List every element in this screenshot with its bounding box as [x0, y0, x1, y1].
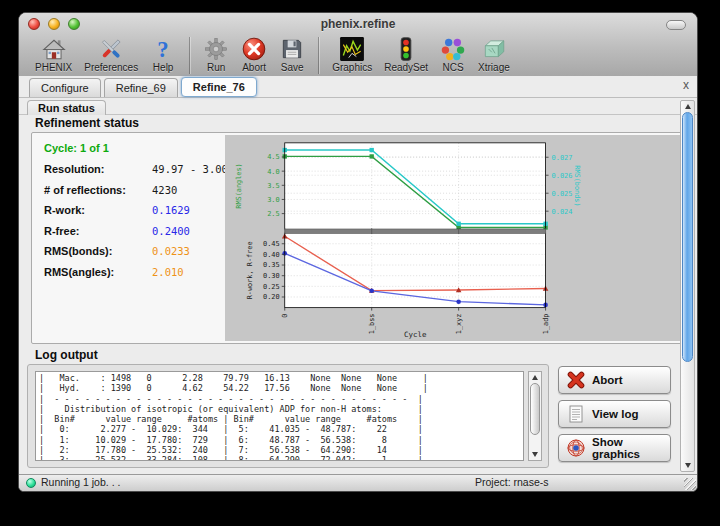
svg-text:1_xyz: 1_xyz: [455, 314, 463, 335]
status-running-text: Running 1 job. . .: [41, 476, 120, 488]
stat-row-rms-angles: RMS(angles):2.010: [44, 266, 224, 278]
tab-close-icon[interactable]: x: [683, 79, 689, 91]
svg-text:0.027: 0.027: [552, 154, 573, 162]
toolbar-toggle-pill-button[interactable]: [666, 20, 686, 30]
scroll-down-icon[interactable]: [532, 452, 538, 457]
window-title: phenix.refine: [19, 13, 697, 35]
view-log-button[interactable]: View log: [558, 400, 671, 428]
log-scrollbar[interactable]: [528, 371, 542, 461]
toolbar-readyset-button[interactable]: ReadySet: [378, 36, 434, 73]
toolbar-preferences-button[interactable]: Preferences: [78, 36, 144, 73]
minimize-window-button[interactable]: [48, 18, 60, 30]
log-scrollbar-thumb[interactable]: [530, 383, 540, 435]
tab-refine-76[interactable]: Refine_76: [181, 77, 257, 97]
refinement-chart: 2.53.03.54.04.50.0240.0250.0260.0270.200…: [225, 135, 680, 341]
house-icon: [41, 36, 67, 62]
main-content: Configure Refine_69 Refine_76 x Run stat…: [19, 76, 697, 474]
tab-run-status[interactable]: Run status: [27, 100, 106, 115]
svg-text:3.0: 3.0: [267, 196, 280, 204]
close-window-button[interactable]: [28, 18, 40, 30]
svg-text:1_bss: 1_bss: [368, 314, 376, 335]
svg-text:0.40: 0.40: [263, 251, 280, 259]
scroll-up-icon[interactable]: [532, 375, 538, 380]
zoom-window-button[interactable]: [68, 18, 80, 30]
svg-text:4.5: 4.5: [267, 153, 280, 161]
toolbar-xtriage-button[interactable]: Xtriage: [472, 36, 516, 73]
tab-refine-69[interactable]: Refine_69: [104, 78, 178, 97]
abort-circle-icon: [241, 36, 267, 62]
svg-text:R-work, R-free: R-work, R-free: [246, 241, 254, 299]
stat-row-rms-bonds: RMS(bonds):0.0233: [44, 245, 224, 257]
toolbar-help-button[interactable]: ? Help: [144, 36, 182, 73]
gear-icon: [203, 36, 229, 62]
toolbar-separator: [318, 37, 319, 74]
svg-text:0.024: 0.024: [552, 208, 573, 216]
svg-text:0.25: 0.25: [263, 283, 280, 291]
svg-text:0.20: 0.20: [263, 293, 280, 301]
stat-row-rfree: R-free:0.2400: [44, 225, 224, 237]
question-mark-icon: ?: [150, 36, 176, 62]
log-text: | Mac. : 1498 0 2.28 79.79 16.13 None No…: [36, 372, 523, 461]
stat-row-reflections: # of reflections:4230: [44, 184, 224, 196]
show-graphics-button[interactable]: Show graphics: [558, 434, 671, 462]
log-output-heading: Log output: [35, 348, 98, 362]
abort-button-label: Abort: [592, 374, 623, 386]
toolbar-graphics-button[interactable]: Graphics: [326, 36, 378, 73]
electron-density-icon: [339, 36, 365, 62]
tab-configure[interactable]: Configure: [29, 78, 101, 97]
toolbar-ncs-button[interactable]: NCS: [434, 36, 472, 73]
log-output-textarea[interactable]: | Mac. : 1498 0 2.28 79.79 16.13 None No…: [35, 371, 524, 461]
tools-icon: [98, 36, 124, 62]
toolbar-abort-label: Abort: [242, 62, 266, 73]
toolbar-run-label: Run: [207, 62, 225, 73]
toolbar-xtriage-label: Xtriage: [478, 62, 510, 73]
status-project-text: Project: rnase-s: [475, 476, 549, 488]
document-icon: [566, 404, 586, 424]
toolbar-save-button[interactable]: Save: [273, 36, 311, 73]
phenix-refine-window: phenix.refine PHENIX: [18, 12, 698, 492]
svg-text:0: 0: [281, 314, 289, 318]
log-output-box: | Mac. : 1498 0 2.28 79.79 16.13 None No…: [27, 364, 549, 468]
svg-text:4.0: 4.0: [267, 168, 280, 176]
svg-text:Cycle: Cycle: [404, 330, 427, 339]
running-indicator-icon: [26, 478, 36, 488]
sub-tab-bar: Run status: [19, 98, 697, 115]
molecule-sphere-icon: [566, 438, 586, 458]
refinement-progress-figure: 2.53.03.54.04.50.0240.0250.0260.0270.200…: [225, 135, 680, 341]
scroll-down-icon[interactable]: [685, 463, 691, 468]
toolbar-abort-button[interactable]: Abort: [235, 36, 273, 73]
svg-text:?: ?: [157, 37, 168, 62]
toolbar-help-label: Help: [153, 62, 174, 73]
abort-button[interactable]: Abort: [558, 366, 671, 394]
toolbar-preferences-label: Preferences: [84, 62, 138, 73]
traffic-light-icon: [393, 36, 419, 62]
colored-spheres-icon: [440, 36, 466, 62]
cycle-label: Cycle: 1 of 1: [44, 142, 224, 154]
toolbar-ncs-label: NCS: [443, 62, 464, 73]
red-x-icon: [566, 370, 586, 390]
toolbar-phenix-button[interactable]: PHENIX: [29, 36, 78, 73]
stat-row-resolution: Resolution:49.97 - 3.00: [44, 163, 224, 175]
svg-text:0.30: 0.30: [263, 272, 280, 280]
resize-grip[interactable]: [684, 478, 696, 490]
refinement-status-panel: Cycle: 1 of 1 Resolution:49.97 - 3.00 # …: [31, 132, 683, 344]
scroll-up-icon[interactable]: [685, 104, 691, 109]
toolbar-separator: [189, 37, 190, 74]
show-graphics-button-label: Show graphics: [592, 436, 663, 460]
toolbar-run-button[interactable]: Run: [197, 36, 235, 73]
main-scrollbar[interactable]: [680, 100, 695, 472]
toolbar-phenix-label: PHENIX: [35, 62, 72, 73]
main-scrollbar-thumb[interactable]: [682, 112, 693, 362]
svg-text:0.026: 0.026: [552, 172, 573, 180]
refinement-stats: Cycle: 1 of 1 Resolution:49.97 - 3.00 # …: [44, 142, 224, 286]
toolbar-readyset-label: ReadySet: [384, 62, 428, 73]
status-bar: Running 1 job. . . Project: rnase-s: [19, 474, 697, 491]
titlebar[interactable]: phenix.refine: [19, 13, 697, 35]
svg-text:0.35: 0.35: [263, 262, 280, 270]
stat-row-rwork: R-work:0.1629: [44, 204, 224, 216]
svg-text:0.025: 0.025: [552, 190, 573, 198]
toolbar-save-label: Save: [281, 62, 304, 73]
tab-bar: Configure Refine_69 Refine_76 x: [19, 76, 697, 98]
crystal-icon: [481, 36, 507, 62]
svg-text:3.5: 3.5: [267, 182, 280, 190]
